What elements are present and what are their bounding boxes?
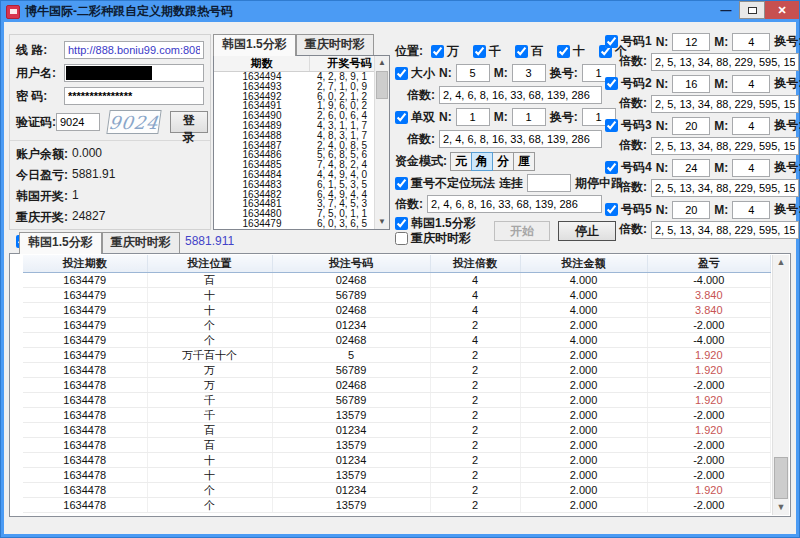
bets-table-row[interactable]: 1634479十5678944.0003.840 [23,287,771,302]
number-checkbox-label[interactable]: 号码4 [605,159,652,176]
draws-scrollbar[interactable]: ▲ ▼ [374,56,389,229]
bets-table-row[interactable]: 1634478十1357922.000-2.000 [23,467,771,482]
bets-table-row[interactable]: 1634479个0246844.000-4.000 [23,332,771,347]
login-button[interactable]: 登录 [170,111,208,133]
bets-table-row[interactable]: 1634479百0246844.000-4.000 [23,272,771,287]
bets-table-row[interactable]: 1634479万千百十个522.0001.920 [23,347,771,362]
number-m-input[interactable] [732,75,770,93]
login-panel: 线 路: 用户名: 密 码: 验证码: 9024 登录 账户余额:0.000 今… [9,34,211,230]
checkbox[interactable] [515,45,528,58]
bets-table-row[interactable]: 1634478百0123422.0001.920 [23,422,771,437]
daxiao-m-input[interactable] [512,64,546,82]
number-m-input[interactable] [732,33,770,51]
start-button[interactable]: 开始 [494,221,550,241]
draws-tab-chongqing[interactable]: 重庆时时彩 [296,34,374,55]
number-checkbox[interactable] [605,77,618,90]
money-mode-元[interactable]: 元 [450,152,472,171]
password-field[interactable] [64,87,204,105]
repeat-play-checkbox[interactable] [395,177,408,190]
number-m-input[interactable] [732,117,770,135]
number-checkbox-label[interactable]: 号码5 [605,201,652,218]
money-mode-分[interactable]: 分 [492,152,514,171]
checkbox[interactable] [431,45,444,58]
number-m-input[interactable] [732,159,770,177]
danshuang-n-input[interactable] [456,108,490,126]
scroll-down-icon[interactable]: ▼ [773,500,789,515]
username-field[interactable] [64,64,204,82]
bets-header-投注倍数[interactable]: 投注倍数 [430,255,520,272]
money-mode-厘[interactable]: 厘 [513,152,535,171]
position-checkbox-十[interactable]: 十 [557,43,585,60]
number-checkbox[interactable] [605,119,618,132]
checkbox[interactable] [473,45,486,58]
number-n-input[interactable] [672,201,710,219]
bets-table-row[interactable]: 1634478十0123422.000-2.000 [23,452,771,467]
minimize-button[interactable]: — [713,1,739,19]
daxiao-multi-input[interactable] [439,86,602,104]
number-checkbox[interactable] [605,161,618,174]
captcha-input[interactable] [56,113,100,131]
number-checkbox[interactable] [605,35,618,48]
daxiao-checkbox-label[interactable]: 大小 [395,65,435,82]
bets-table-row[interactable]: 1634478个1357922.000-2.000 [23,497,771,512]
line-url-input[interactable] [64,41,204,59]
chongqing-enable-checkbox-label[interactable]: 重庆时时彩 [395,230,471,247]
bets-header-投注号码[interactable]: 投注号码 [272,255,430,272]
bets-table-row[interactable]: 1634479个0123422.000-2.000 [23,317,771,332]
daxiao-n-input[interactable] [456,64,490,82]
bets-scrollbar[interactable]: ▲ ▼ [772,255,789,515]
daxiao-checkbox[interactable] [395,67,408,80]
number-n-input[interactable] [672,33,710,51]
scroll-down-icon[interactable]: ▼ [375,215,389,229]
bets-header-投注期数[interactable]: 投注期数 [23,255,147,272]
number-m-input[interactable] [732,201,770,219]
bets-header-投注位置[interactable]: 投注位置 [147,255,272,272]
position-checkbox-百[interactable]: 百 [515,43,543,60]
scroll-up-icon[interactable]: ▲ [773,255,789,270]
number-n-input[interactable] [672,117,710,135]
captcha-image[interactable]: 9024 [106,110,161,134]
number-multi-input[interactable] [651,53,799,71]
number-multi-input[interactable] [651,137,799,155]
bets-table-row[interactable]: 1634478千1357922.000-2.000 [23,407,771,422]
draws-list-item[interactable]: 16344796, 0, 3, 6, 5 [214,219,374,229]
number-n-input[interactable] [672,75,710,93]
danshuang-checkbox-label[interactable]: 单双 [395,109,435,126]
bets-table-row[interactable]: 1634479十0246844.0003.840 [23,302,771,317]
number-n-input[interactable] [672,159,710,177]
repeat-play-checkbox-label[interactable]: 重号不定位玩法 [395,175,495,192]
number-checkbox[interactable] [605,203,618,216]
bets-tab-chongqing[interactable]: 重庆时时彩 [102,232,180,253]
bets-tab-korea[interactable]: 韩国1.5分彩 [19,232,102,254]
liangua-input[interactable] [527,174,571,192]
number-checkbox-label[interactable]: 号码2 [605,75,652,92]
maximize-button[interactable] [739,1,765,19]
bets-header-投注金额[interactable]: 投注金额 [520,255,647,272]
position-checkbox-千[interactable]: 千 [473,43,501,60]
bets-table-row[interactable]: 1634478万0246822.000-2.000 [23,377,771,392]
draws-tab-korea[interactable]: 韩国1.5分彩 [213,34,296,56]
position-checkbox-万[interactable]: 万 [431,43,459,60]
close-button[interactable]: ✕ [765,1,799,19]
bets-table-row[interactable]: 1634478千5678922.0001.920 [23,392,771,407]
bets-header-盈亏[interactable]: 盈亏 [647,255,771,272]
number-multi-input[interactable] [651,95,799,113]
scroll-up-icon[interactable]: ▲ [375,56,389,70]
m-label: M: [494,110,508,124]
bets-table-row[interactable]: 1634478个0123422.0001.920 [23,482,771,497]
checkbox[interactable] [557,45,570,58]
danshuang-multi-input[interactable] [439,130,602,148]
danshuang-checkbox[interactable] [395,111,408,124]
number-multi-input[interactable] [651,179,799,197]
draws-scroll-thumb[interactable] [376,71,388,99]
number-checkbox-label[interactable]: 号码1 [605,33,652,50]
bets-table-row[interactable]: 1634478百1357922.000-2.000 [23,437,771,452]
number-multi-input[interactable] [651,221,799,239]
money-mode-角[interactable]: 角 [471,152,493,171]
titlebar[interactable]: 博牛国际-二彩种跟自定义期数跟热号码 — ✕ [1,1,799,22]
bets-scroll-thumb[interactable] [774,457,788,499]
danshuang-m-input[interactable] [512,108,546,126]
bets-table-row[interactable]: 1634478万5678922.0001.920 [23,362,771,377]
number-checkbox-label[interactable]: 号码3 [605,117,652,134]
chongqing-enable-checkbox[interactable] [395,232,408,245]
